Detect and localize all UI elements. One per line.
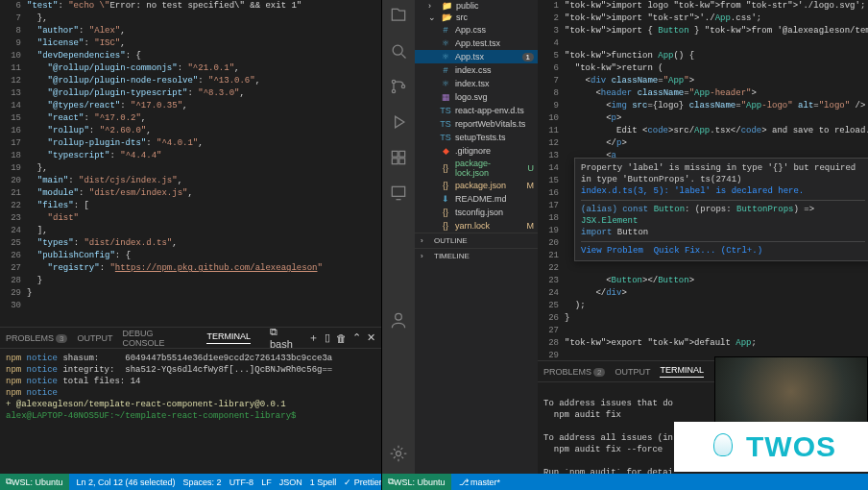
panel-actions: ⧉ bash ＋ ▯ 🗑 ⌃ ✕: [270, 326, 375, 350]
indent-spaces[interactable]: Spaces: 2: [183, 478, 222, 487]
encoding[interactable]: UTF-8: [229, 478, 254, 487]
run-debug-icon[interactable]: [389, 112, 408, 135]
file-index-tsx[interactable]: ⚛index.tsx: [415, 77, 538, 90]
folder-src[interactable]: ⌄📂src: [415, 12, 538, 23]
left-window: 6789101112131415161718192021222324252627…: [0, 0, 382, 490]
file-package-lock-json[interactable]: {}package-lock.jsonU: [415, 158, 538, 179]
prettier[interactable]: ✓ Prettier: [344, 478, 381, 487]
file-App-test-tsx[interactable]: ⚛App.test.tsx: [415, 37, 538, 50]
svg-point-3: [401, 85, 404, 87]
file-yarn-lock[interactable]: {}yarn.lockM: [415, 219, 538, 233]
svg-point-0: [393, 45, 402, 55]
file-tsconfig-json[interactable]: {}tsconfig.json: [415, 206, 538, 219]
tooltip-actions: View Problem Quick Fix... (Ctrl+.): [581, 245, 865, 257]
activity-bar: [382, 0, 415, 474]
source-control-icon[interactable]: [389, 77, 408, 99]
file-react-app-env-d-ts[interactable]: TSreact-app-env.d.ts: [415, 104, 538, 117]
account-icon[interactable]: [389, 310, 408, 332]
panel-tabs: PROBLEMS3 OUTPUT DEBUG CONSOLE TERMINAL …: [0, 328, 381, 349]
shell-selector[interactable]: ⧉ bash: [270, 326, 302, 350]
terminal-panel: PROBLEMS3 OUTPUT DEBUG CONSOLE TERMINAL …: [0, 327, 381, 474]
line-gutter: 6789101112131415161718192021222324252627…: [0, 0, 27, 327]
tab-terminal[interactable]: TERMINAL: [660, 365, 704, 378]
left-editor[interactable]: 6789101112131415161718192021222324252627…: [0, 0, 381, 327]
code-area[interactable]: "test": "echo \"Error: no test specified…: [27, 0, 381, 327]
kill-terminal-icon[interactable]: 🗑: [336, 332, 347, 344]
file-index-css[interactable]: #index.css: [415, 63, 538, 77]
svg-point-1: [392, 80, 395, 83]
svg-rect-4: [392, 151, 398, 157]
error-hover-tooltip: Property 'label' is missing in type '{}'…: [574, 158, 868, 261]
tab-debug-console[interactable]: DEBUG CONSOLE: [122, 329, 197, 348]
svg-point-10: [397, 452, 401, 456]
svg-rect-6: [392, 159, 398, 164]
git-branch[interactable]: ⎇ master*: [459, 478, 501, 487]
folder-public[interactable]: ›📁public: [415, 0, 538, 12]
tab-output[interactable]: OUTPUT: [615, 367, 650, 377]
file-setupTests-ts[interactable]: TSsetupTests.ts: [415, 131, 538, 144]
new-terminal-icon[interactable]: ＋: [308, 331, 319, 345]
tooltip-declaration-link[interactable]: index.d.ts(3, 5): 'label' is declared he…: [581, 185, 865, 197]
line-gutter: 1234567891011121314151617181920212223242…: [538, 0, 565, 360]
tooltip-error-msg: Property 'label' is missing in type '{}'…: [581, 162, 865, 185]
spell-check[interactable]: 1 Spell: [310, 478, 337, 487]
statusbar-right: ⧉ WSL: Ubuntu ⎇ master* Spaces: 2 UTF-8: [382, 474, 868, 490]
quick-fix-link[interactable]: Quick Fix... (Ctrl+.): [654, 246, 762, 256]
file-reportWebVitals-ts[interactable]: TSreportWebVitals.ts: [415, 117, 538, 131]
svg-point-9: [396, 313, 402, 320]
lang-mode[interactable]: JSON: [279, 478, 302, 487]
tooltip-alias: (alias) const Button: (props: ButtonProp…: [581, 204, 865, 227]
terminal-body[interactable]: npm notice shasum: 6049447b5514e36d1ee9c…: [0, 349, 381, 474]
lightbulb-icon: [706, 429, 740, 464]
search-icon[interactable]: [389, 41, 408, 63]
remote-indicator[interactable]: ⧉ WSL: Ubuntu: [382, 474, 451, 490]
extensions-icon[interactable]: [389, 148, 408, 170]
file-logo-svg[interactable]: ▦logo.svg: [415, 90, 538, 104]
timeline-section[interactable]: ›TIMELINE: [415, 248, 538, 263]
close-panel-icon[interactable]: ✕: [367, 331, 375, 344]
file-App-tsx[interactable]: ⚛App.tsx1: [415, 50, 538, 63]
svg-rect-7: [399, 159, 405, 164]
eol[interactable]: LF: [261, 478, 272, 487]
settings-icon[interactable]: [389, 444, 408, 466]
explorer-sidebar: ›📁public ⌄📂src #App.css⚛App.test.tsx⚛App…: [415, 0, 538, 474]
tooltip-import: import Button: [581, 227, 865, 238]
tab-problems[interactable]: PROBLEMS3: [6, 333, 67, 343]
cursor-position[interactable]: Ln 2, Col 12 (46 selected): [77, 478, 176, 487]
outline-section[interactable]: ›OUTLINE: [415, 233, 538, 248]
tab-problems[interactable]: PROBLEMS2: [543, 367, 605, 377]
view-problem-link[interactable]: View Problem: [581, 246, 643, 256]
split-terminal-icon[interactable]: ▯: [325, 331, 330, 344]
maximize-panel-icon[interactable]: ⌃: [352, 331, 361, 344]
right-editor[interactable]: 1234567891011121314151617181920212223242…: [538, 0, 868, 360]
file-App-css[interactable]: #App.css: [415, 23, 538, 37]
svg-rect-8: [392, 186, 404, 196]
file-README-md[interactable]: ⬇README.md: [415, 192, 538, 206]
brand-text: TWOS: [746, 430, 836, 463]
remote-indicator[interactable]: ⧉ WSL: Ubuntu: [0, 474, 69, 490]
svg-point-2: [392, 89, 395, 92]
svg-rect-5: [399, 151, 405, 157]
file--gitignore[interactable]: ◆.gitignore: [415, 144, 538, 158]
file-package-json[interactable]: {}package.jsonM: [415, 179, 538, 192]
explorer-icon[interactable]: [389, 6, 408, 28]
statusbar-left: ⧉ WSL: Ubuntu Ln 2, Col 12 (46 selected)…: [0, 474, 381, 490]
tab-terminal[interactable]: TERMINAL: [206, 331, 251, 344]
remote-explorer-icon[interactable]: [389, 184, 408, 206]
tab-output[interactable]: OUTPUT: [77, 333, 112, 343]
brand-logo: TWOS: [674, 422, 868, 472]
